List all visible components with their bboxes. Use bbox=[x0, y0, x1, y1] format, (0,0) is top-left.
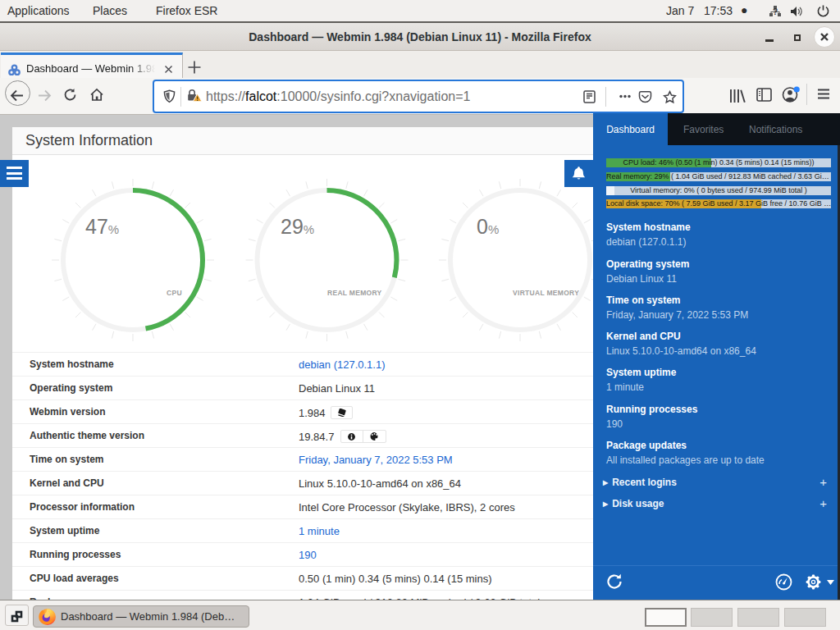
svg-text:?: ? bbox=[773, 7, 778, 16]
